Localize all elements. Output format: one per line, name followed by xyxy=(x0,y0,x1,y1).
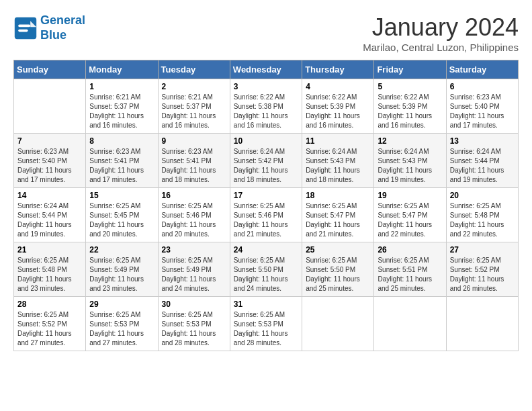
day-number: 27 xyxy=(450,245,515,255)
calendar-cell xyxy=(374,297,446,351)
logo-line1: General xyxy=(40,13,85,27)
calendar-cell: 3Sunrise: 6:22 AM Sunset: 5:38 PM Daylig… xyxy=(230,79,302,134)
calendar-cell: 6Sunrise: 6:23 AM Sunset: 5:40 PM Daylig… xyxy=(446,79,518,134)
day-number: 28 xyxy=(17,300,82,309)
calendar-cell: 8Sunrise: 6:23 AM Sunset: 5:41 PM Daylig… xyxy=(86,134,158,188)
calendar-cell: 16Sunrise: 6:25 AM Sunset: 5:46 PM Dayli… xyxy=(158,188,230,242)
calendar-cell: 26Sunrise: 6:25 AM Sunset: 5:51 PM Dayli… xyxy=(374,242,446,297)
header-cell-wednesday: Wednesday xyxy=(230,60,302,79)
calendar-cell: 1Sunrise: 6:21 AM Sunset: 5:37 PM Daylig… xyxy=(86,79,158,134)
calendar-cell: 7Sunrise: 6:23 AM Sunset: 5:40 PM Daylig… xyxy=(14,134,86,188)
day-info: Sunrise: 6:25 AM Sunset: 5:45 PM Dayligh… xyxy=(89,201,154,239)
day-info: Sunrise: 6:25 AM Sunset: 5:52 PM Dayligh… xyxy=(450,256,515,293)
calendar-cell xyxy=(14,79,86,134)
day-number: 7 xyxy=(17,136,82,146)
calendar-cell: 23Sunrise: 6:25 AM Sunset: 5:49 PM Dayli… xyxy=(158,242,230,297)
day-number: 22 xyxy=(89,245,154,255)
header-cell-sunday: Sunday xyxy=(14,60,86,79)
header-cell-friday: Friday xyxy=(374,60,446,79)
day-info: Sunrise: 6:22 AM Sunset: 5:38 PM Dayligh… xyxy=(234,93,298,130)
calendar-cell: 2Sunrise: 6:21 AM Sunset: 5:37 PM Daylig… xyxy=(158,79,230,134)
calendar-cell: 11Sunrise: 6:24 AM Sunset: 5:43 PM Dayli… xyxy=(302,134,374,188)
calendar-cell: 4Sunrise: 6:22 AM Sunset: 5:39 PM Daylig… xyxy=(302,79,374,134)
calendar-cell: 31Sunrise: 6:25 AM Sunset: 5:53 PM Dayli… xyxy=(230,297,302,351)
header-cell-tuesday: Tuesday xyxy=(158,60,230,79)
day-info: Sunrise: 6:24 AM Sunset: 5:43 PM Dayligh… xyxy=(306,147,370,185)
day-number: 21 xyxy=(17,245,82,255)
header-cell-thursday: Thursday xyxy=(302,60,374,79)
svg-rect-2 xyxy=(18,24,30,27)
calendar-week-row: 28Sunrise: 6:25 AM Sunset: 5:52 PM Dayli… xyxy=(14,297,519,351)
title-area: January 2024 Marilao, Central Luzon, Phi… xyxy=(363,13,519,53)
calendar-cell: 12Sunrise: 6:24 AM Sunset: 5:43 PM Dayli… xyxy=(374,134,446,188)
logo-icon xyxy=(13,16,38,40)
day-number: 6 xyxy=(450,82,515,91)
calendar-week-row: 21Sunrise: 6:25 AM Sunset: 5:48 PM Dayli… xyxy=(14,242,519,297)
calendar-cell: 13Sunrise: 6:24 AM Sunset: 5:44 PM Dayli… xyxy=(446,134,518,188)
day-number: 16 xyxy=(162,191,226,200)
day-info: Sunrise: 6:24 AM Sunset: 5:43 PM Dayligh… xyxy=(378,147,442,185)
location-subtitle: Marilao, Central Luzon, Philippines xyxy=(363,42,519,53)
calendar-cell: 21Sunrise: 6:25 AM Sunset: 5:48 PM Dayli… xyxy=(14,242,86,297)
calendar-cell: 14Sunrise: 6:24 AM Sunset: 5:44 PM Dayli… xyxy=(14,188,86,242)
calendar-cell: 27Sunrise: 6:25 AM Sunset: 5:52 PM Dayli… xyxy=(446,242,518,297)
day-info: Sunrise: 6:23 AM Sunset: 5:40 PM Dayligh… xyxy=(450,93,515,130)
day-number: 1 xyxy=(89,82,154,91)
day-info: Sunrise: 6:21 AM Sunset: 5:37 PM Dayligh… xyxy=(162,93,226,130)
calendar-cell: 28Sunrise: 6:25 AM Sunset: 5:52 PM Dayli… xyxy=(14,297,86,351)
calendar-cell: 30Sunrise: 6:25 AM Sunset: 5:53 PM Dayli… xyxy=(158,297,230,351)
logo-text: General Blue xyxy=(40,13,85,42)
calendar-cell xyxy=(302,297,374,351)
day-info: Sunrise: 6:22 AM Sunset: 5:39 PM Dayligh… xyxy=(306,93,370,130)
svg-rect-0 xyxy=(15,17,36,38)
month-year-title: January 2024 xyxy=(363,13,519,42)
day-info: Sunrise: 6:25 AM Sunset: 5:47 PM Dayligh… xyxy=(378,201,442,239)
page-header: General Blue January 2024 Marilao, Centr… xyxy=(13,13,519,53)
calendar-cell: 17Sunrise: 6:25 AM Sunset: 5:46 PM Dayli… xyxy=(230,188,302,242)
day-info: Sunrise: 6:25 AM Sunset: 5:53 PM Dayligh… xyxy=(89,310,154,348)
day-number: 19 xyxy=(378,191,442,200)
day-number: 26 xyxy=(378,245,442,255)
calendar-cell: 22Sunrise: 6:25 AM Sunset: 5:49 PM Dayli… xyxy=(86,242,158,297)
day-info: Sunrise: 6:25 AM Sunset: 5:48 PM Dayligh… xyxy=(450,201,515,239)
calendar-table: SundayMondayTuesdayWednesdayThursdayFrid… xyxy=(13,60,519,351)
calendar-cell: 25Sunrise: 6:25 AM Sunset: 5:50 PM Dayli… xyxy=(302,242,374,297)
day-info: Sunrise: 6:25 AM Sunset: 5:53 PM Dayligh… xyxy=(234,310,298,348)
day-info: Sunrise: 6:25 AM Sunset: 5:50 PM Dayligh… xyxy=(306,256,370,293)
day-info: Sunrise: 6:22 AM Sunset: 5:39 PM Dayligh… xyxy=(378,93,442,130)
day-number: 24 xyxy=(234,245,298,255)
day-number: 9 xyxy=(162,136,226,146)
day-info: Sunrise: 6:25 AM Sunset: 5:48 PM Dayligh… xyxy=(17,256,82,293)
calendar-cell: 5Sunrise: 6:22 AM Sunset: 5:39 PM Daylig… xyxy=(374,79,446,134)
day-number: 30 xyxy=(162,300,226,309)
day-info: Sunrise: 6:23 AM Sunset: 5:41 PM Dayligh… xyxy=(89,147,154,185)
day-number: 2 xyxy=(162,82,226,91)
day-number: 23 xyxy=(162,245,226,255)
calendar-cell xyxy=(446,297,518,351)
calendar-cell: 9Sunrise: 6:23 AM Sunset: 5:41 PM Daylig… xyxy=(158,134,230,188)
day-number: 29 xyxy=(89,300,154,309)
day-number: 31 xyxy=(234,300,298,309)
day-info: Sunrise: 6:23 AM Sunset: 5:40 PM Dayligh… xyxy=(17,147,82,185)
day-number: 20 xyxy=(450,191,515,200)
header-cell-saturday: Saturday xyxy=(446,60,518,79)
calendar-cell: 15Sunrise: 6:25 AM Sunset: 5:45 PM Dayli… xyxy=(86,188,158,242)
day-number: 12 xyxy=(378,136,442,146)
svg-rect-3 xyxy=(18,29,28,32)
day-info: Sunrise: 6:25 AM Sunset: 5:46 PM Dayligh… xyxy=(234,201,298,239)
logo-line2: Blue xyxy=(40,28,66,42)
calendar-cell: 24Sunrise: 6:25 AM Sunset: 5:50 PM Dayli… xyxy=(230,242,302,297)
header-cell-monday: Monday xyxy=(86,60,158,79)
day-info: Sunrise: 6:25 AM Sunset: 5:46 PM Dayligh… xyxy=(162,201,226,239)
calendar-week-row: 14Sunrise: 6:24 AM Sunset: 5:44 PM Dayli… xyxy=(14,188,519,242)
day-number: 11 xyxy=(306,136,370,146)
day-info: Sunrise: 6:25 AM Sunset: 5:49 PM Dayligh… xyxy=(89,256,154,293)
day-number: 14 xyxy=(17,191,82,200)
day-info: Sunrise: 6:25 AM Sunset: 5:47 PM Dayligh… xyxy=(306,201,370,239)
day-number: 3 xyxy=(234,82,298,91)
day-number: 17 xyxy=(234,191,298,200)
day-info: Sunrise: 6:24 AM Sunset: 5:42 PM Dayligh… xyxy=(234,147,298,185)
calendar-cell: 10Sunrise: 6:24 AM Sunset: 5:42 PM Dayli… xyxy=(230,134,302,188)
calendar-header-row: SundayMondayTuesdayWednesdayThursdayFrid… xyxy=(14,60,519,79)
day-number: 25 xyxy=(306,245,370,255)
